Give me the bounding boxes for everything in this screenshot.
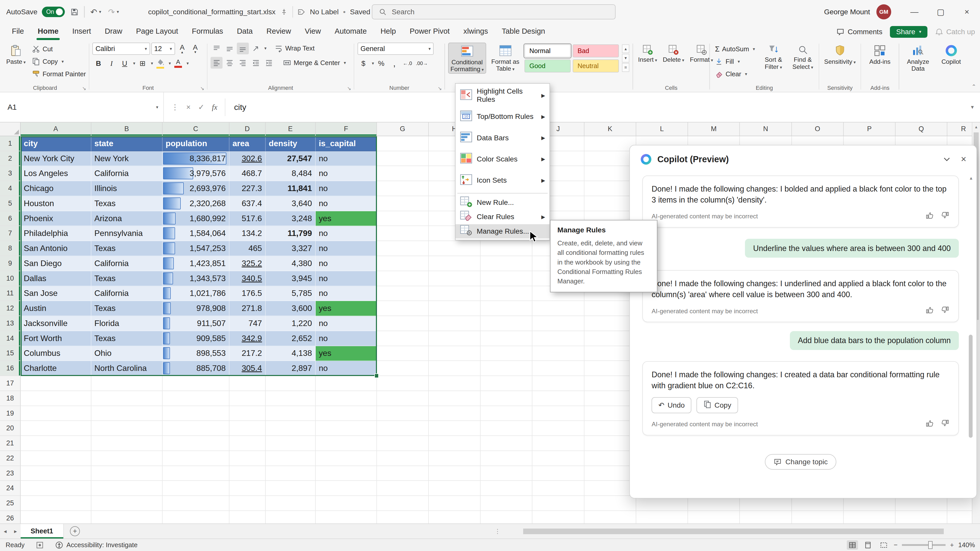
cell-I14[interactable]: [480, 331, 532, 346]
cell-D23[interactable]: [229, 466, 266, 481]
row-header-20[interactable]: 20: [0, 421, 21, 436]
cell-J25[interactable]: [532, 496, 584, 511]
cell-H14[interactable]: [429, 331, 480, 346]
highlight-cells-rules-menu-item[interactable]: Highlight Cells Rules▶: [455, 85, 549, 106]
row-header-16[interactable]: 16: [0, 361, 21, 376]
saved-status[interactable]: Saved: [350, 8, 370, 16]
cell-G14[interactable]: [377, 331, 429, 346]
data-bars-menu-item[interactable]: Data Bars▶: [455, 127, 549, 148]
row-header-4[interactable]: 4: [0, 181, 21, 196]
pin-icon[interactable]: [280, 8, 288, 16]
collapse-pane-chevron-button[interactable]: [943, 155, 951, 163]
cell-D8[interactable]: 465: [229, 241, 266, 256]
cell-D25[interactable]: [229, 496, 266, 511]
cell-J22[interactable]: [532, 451, 584, 466]
row-header-19[interactable]: 19: [0, 406, 21, 421]
cell-D26[interactable]: [229, 511, 266, 524]
cell-A12[interactable]: Austin: [21, 301, 91, 316]
percent-style-button[interactable]: %: [375, 57, 387, 69]
cell-C24[interactable]: [162, 481, 229, 496]
find-select-button[interactable]: Find & Select▾: [790, 43, 815, 80]
name-box[interactable]: A1▾: [0, 92, 164, 122]
cell-D10[interactable]: 340.5: [229, 271, 266, 286]
decrease-indent-button[interactable]: [250, 57, 262, 69]
cell-K25[interactable]: [584, 496, 636, 511]
cell-C17[interactable]: [162, 376, 229, 391]
cell-A1[interactable]: city: [21, 136, 91, 151]
cell-I22[interactable]: [480, 451, 532, 466]
decrease-decimal-button[interactable]: .00→: [415, 57, 429, 69]
middle-align-button[interactable]: [224, 43, 236, 55]
cell-G4[interactable]: [377, 181, 429, 196]
cell-B26[interactable]: [91, 511, 162, 524]
cell-M26[interactable]: [688, 511, 740, 524]
cell-I26[interactable]: [480, 511, 532, 524]
cell-A17[interactable]: [21, 376, 91, 391]
cell-I9[interactable]: [480, 256, 532, 271]
cell-C1[interactable]: population: [162, 136, 229, 151]
prev-sheet-button[interactable]: ◂: [0, 528, 10, 535]
thumbs-up-button[interactable]: [925, 306, 934, 317]
paste-button[interactable]: Paste▾: [4, 43, 27, 80]
cell-E8[interactable]: 3,327: [266, 241, 316, 256]
cell-A10[interactable]: Dallas: [21, 271, 91, 286]
cell-I15[interactable]: [480, 346, 532, 361]
cell-G1[interactable]: [377, 136, 429, 151]
col-header-N[interactable]: N: [740, 122, 792, 136]
row-header-26[interactable]: 26: [0, 511, 21, 524]
cell-E6[interactable]: 3,248: [266, 211, 316, 226]
cell-E26[interactable]: [266, 511, 316, 524]
clipboard-dialog-launcher[interactable]: ↘: [82, 86, 86, 91]
cell-C22[interactable]: [162, 451, 229, 466]
minimize-button[interactable]: —: [901, 0, 928, 24]
ribbon-tab-xlwings[interactable]: xlwings: [457, 24, 495, 40]
sensitivity-button[interactable]: Sensitivity▾: [822, 43, 858, 66]
cell-D1[interactable]: area: [229, 136, 266, 151]
cell-B10[interactable]: Texas: [91, 271, 162, 286]
cell-J21[interactable]: [532, 436, 584, 451]
gallery-more-button[interactable]: ≡: [622, 63, 629, 72]
cell-K20[interactable]: [584, 421, 636, 436]
cell-F8[interactable]: no: [316, 241, 377, 256]
cell-E12[interactable]: 3,600: [266, 301, 316, 316]
cell-B14[interactable]: Texas: [91, 331, 162, 346]
zoom-slider[interactable]: [902, 544, 945, 546]
cell-H11[interactable]: [429, 286, 480, 301]
col-header-Q[interactable]: Q: [896, 122, 947, 136]
cell-F25[interactable]: [316, 496, 377, 511]
cell-F26[interactable]: [316, 511, 377, 524]
thumbs-up-button[interactable]: [925, 211, 934, 222]
top-align-button[interactable]: [210, 43, 223, 55]
cell-K12[interactable]: [584, 301, 636, 316]
zoom-out-button[interactable]: −: [894, 541, 897, 549]
cell-D12[interactable]: 271.8: [229, 301, 266, 316]
cell-K24[interactable]: [584, 481, 636, 496]
cell-F24[interactable]: [316, 481, 377, 496]
row-header-2[interactable]: 2: [0, 151, 21, 166]
cell-F5[interactable]: no: [316, 196, 377, 211]
format-painter-button[interactable]: Format Painter: [30, 68, 88, 80]
cell-A22[interactable]: [21, 451, 91, 466]
cell-E2[interactable]: 27,547: [266, 151, 316, 166]
formula-bar-splitter[interactable]: ⋮: [171, 103, 179, 111]
cell-H20[interactable]: [429, 421, 480, 436]
cell-I11[interactable]: [480, 286, 532, 301]
cell-J20[interactable]: [532, 421, 584, 436]
cell-C7[interactable]: 1,584,064: [162, 226, 229, 241]
cell-B25[interactable]: [91, 496, 162, 511]
italic-button[interactable]: I: [106, 57, 118, 69]
cell-K26[interactable]: [584, 511, 636, 524]
cell-A9[interactable]: San Diego: [21, 256, 91, 271]
cell-F21[interactable]: [316, 436, 377, 451]
row-header-23[interactable]: 23: [0, 466, 21, 481]
cell-F16[interactable]: no: [316, 361, 377, 376]
page-break-preview-button[interactable]: [878, 540, 889, 550]
row-header-3[interactable]: 3: [0, 166, 21, 181]
cell-H13[interactable]: [429, 316, 480, 331]
cell-H8[interactable]: [429, 241, 480, 256]
new-rule-menu-item[interactable]: New Rule...: [455, 195, 549, 210]
cell-G16[interactable]: [377, 361, 429, 376]
cell-K18[interactable]: [584, 391, 636, 406]
cell-J15[interactable]: [532, 346, 584, 361]
cell-A15[interactable]: Columbus: [21, 346, 91, 361]
